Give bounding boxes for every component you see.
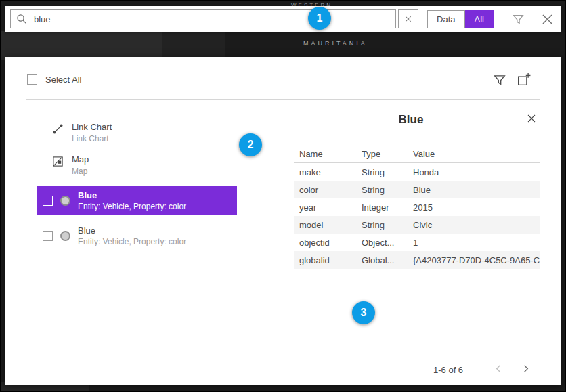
result-item-map[interactable]: Map Map xyxy=(52,154,89,176)
all-scope-button[interactable]: All xyxy=(465,10,494,28)
result-item-subtitle: Map xyxy=(72,167,89,176)
cell-value: 1 xyxy=(408,238,540,248)
search-results-panel: Select All Link Chart Link Chart Map xyxy=(5,57,561,385)
table-row: make String Honda xyxy=(294,163,540,181)
cell-name: color xyxy=(294,185,356,195)
table-body: make String Honda color String Blue year… xyxy=(294,163,540,269)
callout-badge-3: 3 xyxy=(352,301,375,324)
map-icon xyxy=(52,156,64,176)
pagination-label: 1-6 of 6 xyxy=(433,365,463,375)
close-search-icon[interactable] xyxy=(540,12,554,26)
table-row: globalid Global... {A4203777-D70D-4C5C-9… xyxy=(294,251,540,269)
table-row: color String Blue xyxy=(294,181,540,198)
cell-value: Blue xyxy=(408,185,540,195)
cell-name: make xyxy=(294,167,356,177)
column-header-name: Name xyxy=(294,149,356,159)
item-text: Blue Entity: Vehicle, Property: color xyxy=(78,190,186,211)
result-item-title: Blue xyxy=(78,190,186,200)
entity-circle-icon xyxy=(60,196,70,206)
result-item-title: Map xyxy=(72,154,89,165)
cell-value: Honda xyxy=(408,167,540,177)
property-table: Name Type Value make String Honda color … xyxy=(294,145,540,269)
table-header-row: Name Type Value xyxy=(294,145,540,163)
result-item-title: Blue xyxy=(78,225,186,236)
cell-name: globalid xyxy=(294,255,356,265)
select-all-row: Select All xyxy=(27,74,81,85)
callout-badge-1: 1 xyxy=(308,7,331,30)
cell-type: Integer xyxy=(356,202,408,213)
cell-name: model xyxy=(294,220,356,230)
callout-badge-2: 2 xyxy=(239,133,262,156)
item-text: Link Chart Link Chart xyxy=(72,122,112,144)
column-header-value: Value xyxy=(408,149,540,159)
cell-value: 2015 xyxy=(408,202,540,213)
table-row: year Integer 2015 xyxy=(294,198,540,216)
map-label-mauritania: MAURITANIA xyxy=(303,40,368,47)
cell-type: String xyxy=(356,167,408,177)
select-all-label: Select All xyxy=(45,74,81,85)
result-item-title: Link Chart xyxy=(72,122,112,132)
column-header-type: Type xyxy=(356,149,408,159)
detail-title: Blue xyxy=(294,113,528,127)
results-filter-icon[interactable] xyxy=(494,74,506,86)
search-toolbar: Data All xyxy=(5,6,561,32)
pagination-prev-icon[interactable] xyxy=(494,364,504,374)
item-text: Map Map xyxy=(72,154,89,176)
header-divider xyxy=(26,99,540,100)
search-box[interactable] xyxy=(10,9,396,28)
cell-type: String xyxy=(356,220,408,230)
table-row: model String Civic xyxy=(294,216,540,234)
cell-value: {A4203777-D70D-4C5C-9A65-C... xyxy=(408,255,540,265)
cell-value: Civic xyxy=(408,220,540,230)
map-landmass xyxy=(1,31,162,60)
link-chart-icon xyxy=(52,123,64,144)
search-icon xyxy=(16,14,27,24)
cell-type: Object... xyxy=(356,238,408,248)
result-item-blue[interactable]: Blue Entity: Vehicle, Property: color xyxy=(37,221,237,251)
entity-circle-icon xyxy=(60,231,70,241)
cell-name: year xyxy=(294,202,356,213)
map-landmass xyxy=(162,31,225,60)
panel-divider xyxy=(284,107,284,379)
clear-search-button[interactable] xyxy=(398,9,418,28)
pagination-next-icon[interactable] xyxy=(521,364,531,374)
item-text: Blue Entity: Vehicle, Property: color xyxy=(78,225,186,246)
search-scope-toggle: Data All xyxy=(427,10,494,28)
select-all-checkbox[interactable] xyxy=(27,74,37,85)
result-item-subtitle: Entity: Vehicle, Property: color xyxy=(78,237,186,246)
cell-name: objectid xyxy=(294,238,356,248)
filter-icon[interactable] xyxy=(513,14,524,25)
result-item-subtitle: Link Chart xyxy=(72,134,112,144)
table-row: objectid Object... 1 xyxy=(294,234,540,251)
search-input[interactable] xyxy=(32,14,390,25)
detail-close-icon[interactable] xyxy=(526,113,537,124)
result-item-blue-selected[interactable]: Blue Entity: Vehicle, Property: color xyxy=(37,186,237,215)
cell-type: String xyxy=(356,185,408,195)
item-checkbox[interactable] xyxy=(43,231,53,241)
cell-type: Global... xyxy=(356,255,408,265)
item-checkbox[interactable] xyxy=(43,196,53,206)
add-filter-icon[interactable] xyxy=(517,72,531,86)
result-item-subtitle: Entity: Vehicle, Property: color xyxy=(78,202,186,211)
data-scope-button[interactable]: Data xyxy=(427,10,464,28)
result-item-link-chart[interactable]: Link Chart Link Chart xyxy=(52,122,112,144)
app-window: WESTERN MAURITANIA Data All 1 2 3 Selec xyxy=(0,0,566,392)
